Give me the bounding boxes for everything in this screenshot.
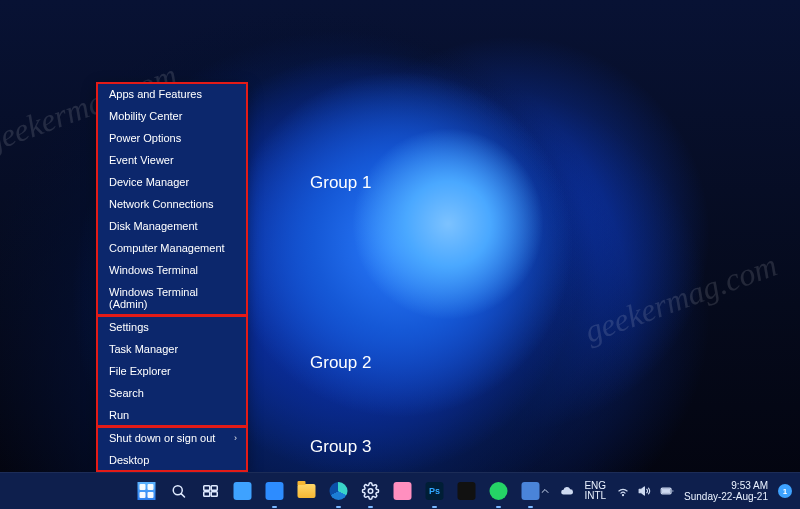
ctx-item-label: Windows Terminal (109, 264, 198, 276)
svg-rect-2 (204, 486, 210, 491)
ctx-item-label: Task Manager (109, 343, 178, 355)
language-indicator[interactable]: ENG INTL (584, 481, 606, 502)
onedrive-tray[interactable] (560, 484, 574, 498)
start-button[interactable] (134, 478, 160, 504)
ctx-item[interactable]: Disk Management (97, 215, 247, 237)
zoom-app[interactable] (262, 478, 288, 504)
svg-rect-5 (211, 492, 217, 497)
battery-icon (660, 484, 674, 498)
search-icon (170, 482, 188, 500)
ctx-item-label: Computer Management (109, 242, 225, 254)
svg-point-7 (622, 495, 623, 496)
system-tray: ENG INTL 9:53 AM Sunday-22-Aug-21 1 (538, 473, 800, 509)
paint-icon (394, 482, 412, 500)
photoshop-app[interactable]: Ps (422, 478, 448, 504)
volume-icon (638, 484, 652, 498)
taskbar: Ps ENG INTL 9:53 AM Sunday-22-Aug-21 1 (0, 472, 800, 509)
ctx-item[interactable]: Windows Terminal (97, 259, 247, 281)
ctx-item[interactable]: Settings (97, 316, 247, 338)
ctx-item[interactable]: Mobility Center (97, 105, 247, 127)
ctx-item-label: Shut down or sign out (109, 432, 215, 444)
ctx-item-label: Desktop (109, 454, 149, 466)
chevron-right-icon: › (234, 433, 237, 443)
ctx-item[interactable]: Run (97, 404, 247, 426)
start-icon (138, 482, 156, 500)
terminal-app[interactable] (454, 478, 480, 504)
ctx-item-label: Run (109, 409, 129, 421)
ctx-item-label: Settings (109, 321, 149, 333)
svg-point-6 (368, 489, 373, 494)
gear-icon (362, 482, 380, 500)
chevron-up-tray[interactable] (538, 484, 552, 498)
group-label-3: Group 3 (310, 437, 371, 457)
battery-status[interactable] (660, 484, 674, 498)
volume-status[interactable] (638, 484, 652, 498)
task-view-button[interactable] (198, 478, 224, 504)
svg-rect-4 (204, 492, 210, 497)
ctx-item[interactable]: File Explorer (97, 360, 247, 382)
photoshop-icon: Ps (426, 482, 444, 500)
whatsapp-app[interactable] (486, 478, 512, 504)
wifi-status[interactable] (616, 484, 630, 498)
widgets-button[interactable] (230, 478, 256, 504)
ctx-item-label: Network Connections (109, 198, 214, 210)
widgets-icon (234, 482, 252, 500)
ctx-item[interactable]: Task Manager (97, 338, 247, 360)
folder-icon (298, 484, 316, 498)
ctx-item[interactable]: Network Connections (97, 193, 247, 215)
svg-rect-3 (211, 486, 217, 491)
taskview-icon (202, 482, 220, 500)
ctx-item-label: Device Manager (109, 176, 189, 188)
settings-app[interactable] (358, 478, 384, 504)
ctx-item[interactable]: Power Options (97, 127, 247, 149)
ctx-item[interactable]: Search (97, 382, 247, 404)
ctx-group-2: SettingsTask ManagerFile ExplorerSearchR… (97, 316, 247, 426)
paint-app[interactable] (390, 478, 416, 504)
ctx-item[interactable]: Apps and Features (97, 83, 247, 105)
language-line2: INTL (584, 491, 606, 502)
ctx-item-label: Power Options (109, 132, 181, 144)
edge-app[interactable] (326, 478, 352, 504)
ctx-item[interactable]: Device Manager (97, 171, 247, 193)
maps-icon (522, 482, 540, 500)
file-explorer-app[interactable] (294, 478, 320, 504)
ctx-item-label: Event Viewer (109, 154, 174, 166)
notification-badge[interactable]: 1 (778, 484, 792, 498)
search-button[interactable] (166, 478, 192, 504)
ctx-item-label: Mobility Center (109, 110, 182, 122)
clock-time: 9:53 AM (684, 480, 768, 491)
ctx-item-label: File Explorer (109, 365, 171, 377)
ctx-item[interactable]: Computer Management (97, 237, 247, 259)
ctx-item-label: Windows Terminal (Admin) (109, 286, 237, 310)
zoom-icon (266, 482, 284, 500)
svg-rect-10 (662, 489, 670, 493)
terminal-icon (458, 482, 476, 500)
ctx-item-label: Apps and Features (109, 88, 202, 100)
ctx-group-3: Shut down or sign out›Desktop (97, 427, 247, 471)
ctx-item-label: Disk Management (109, 220, 198, 232)
group-label-2: Group 2 (310, 353, 371, 373)
clock[interactable]: 9:53 AM Sunday-22-Aug-21 (684, 480, 768, 502)
ctx-group-1: Apps and FeaturesMobility CenterPower Op… (97, 83, 247, 315)
ctx-item[interactable]: Shut down or sign out› (97, 427, 247, 449)
wifi-icon (616, 484, 630, 498)
clock-date: Sunday-22-Aug-21 (684, 491, 768, 502)
whatsapp-icon (490, 482, 508, 500)
onedrive-icon (560, 484, 574, 498)
edge-icon (330, 482, 348, 500)
winx-context-menu: Apps and FeaturesMobility CenterPower Op… (97, 83, 247, 471)
ctx-item-label: Search (109, 387, 144, 399)
svg-marker-8 (639, 487, 644, 495)
chevron-up-icon (539, 485, 551, 497)
group-label-1: Group 1 (310, 173, 371, 193)
ctx-item[interactable]: Event Viewer (97, 149, 247, 171)
svg-line-1 (181, 494, 184, 497)
ctx-item[interactable]: Desktop (97, 449, 247, 471)
ctx-item[interactable]: Windows Terminal (Admin) (97, 281, 247, 315)
